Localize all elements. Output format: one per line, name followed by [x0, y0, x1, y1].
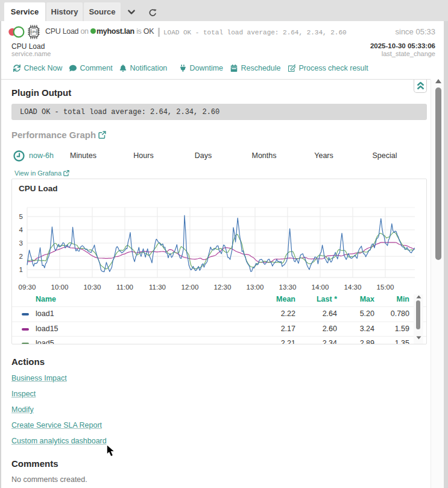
svg-text:15:00: 15:00: [377, 284, 394, 291]
svg-text:12:00: 12:00: [181, 284, 199, 291]
svg-text:10:30: 10:30: [84, 284, 101, 291]
svg-text:4: 4: [19, 226, 24, 233]
svg-text:13:30: 13:30: [279, 284, 297, 291]
svg-text:CPU: CPU: [31, 30, 37, 34]
svg-text:09:30: 09:30: [19, 284, 36, 291]
svg-text:13:00: 13:00: [247, 284, 264, 291]
svg-text:3: 3: [19, 239, 23, 247]
svg-text:2: 2: [19, 253, 23, 260]
svg-text:10:00: 10:00: [51, 284, 69, 291]
svg-text:14:30: 14:30: [344, 284, 362, 291]
svg-text:11:30: 11:30: [149, 284, 166, 291]
svg-text:14:00: 14:00: [312, 284, 329, 291]
svg-text:12:30: 12:30: [214, 284, 232, 291]
svg-text:5: 5: [19, 213, 23, 220]
svg-text:1: 1: [19, 266, 23, 273]
svg-text:11:00: 11:00: [116, 284, 133, 291]
